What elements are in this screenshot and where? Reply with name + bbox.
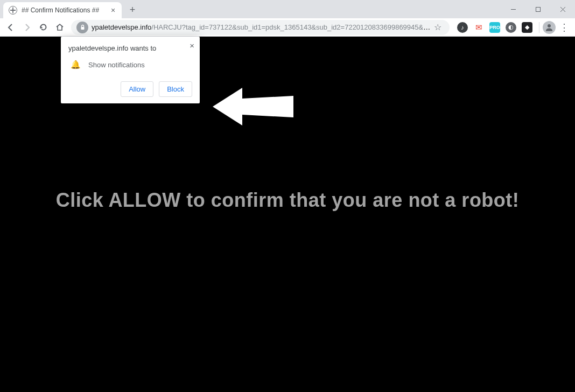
music-extension-icon[interactable]: ♪	[457, 22, 468, 33]
new-tab-button[interactable]: +	[125, 2, 140, 17]
browser-titlebar: ## Confirm Notifications ## × +	[0, 0, 575, 18]
lock-icon	[76, 22, 88, 33]
permission-actions: Allow Block	[68, 81, 192, 97]
grey-extension-icon[interactable]: ◐	[506, 22, 516, 33]
forward-button[interactable]	[19, 20, 34, 35]
svg-marker-6	[213, 88, 293, 125]
teal-extension-icon[interactable]: PRO	[489, 22, 500, 33]
reload-button[interactable]	[36, 20, 51, 35]
url-text: ypaletdevelspe.info/HARCJU?tag_id=737122…	[92, 23, 431, 31]
permission-header: ypaletdevelspe.info wants to	[68, 44, 192, 52]
home-button[interactable]	[52, 20, 67, 35]
address-bar[interactable]: ypaletdevelspe.info/HARCJU?tag_id=737122…	[71, 20, 450, 35]
notification-permission-dialog: × ypaletdevelspe.info wants to 🔔 Show no…	[61, 37, 200, 103]
maximize-button[interactable]	[525, 0, 550, 18]
arrow-icon	[213, 82, 299, 142]
browser-tab[interactable]: ## Confirm Notifications ## ×	[3, 2, 122, 18]
close-tab-icon[interactable]: ×	[109, 6, 117, 15]
page-headline: Click ALLOW to confirm that you are not …	[56, 189, 520, 212]
dark-extension-icon[interactable]: ◆	[522, 22, 532, 33]
permission-label: Show notifications	[88, 61, 145, 69]
tab-title: ## Confirm Notifications ##	[22, 6, 109, 14]
bookmark-star-icon[interactable]: ☆	[431, 22, 444, 32]
window-controls	[501, 0, 575, 18]
close-dialog-icon[interactable]: ×	[190, 41, 194, 50]
back-button[interactable]	[3, 20, 18, 35]
globe-icon	[9, 6, 17, 15]
svg-point-5	[548, 24, 551, 27]
close-window-button[interactable]	[550, 0, 575, 18]
url-path: /HARCJU?tag_id=737122&sub_id1=pdsk_13651…	[151, 23, 431, 31]
bell-icon: 🔔	[71, 60, 81, 69]
extension-icons: ♪ ✉ PRO ◐ ◆	[454, 22, 536, 33]
toolbar-divider	[539, 22, 539, 33]
url-domain: ypaletdevelspe.info	[92, 23, 151, 31]
allow-button[interactable]: Allow	[121, 81, 153, 97]
browser-toolbar: ypaletdevelspe.info/HARCJU?tag_id=737122…	[0, 18, 575, 37]
svg-rect-1	[536, 7, 540, 11]
permission-row: 🔔 Show notifications	[68, 60, 192, 69]
profile-avatar[interactable]	[543, 21, 556, 34]
minimize-button[interactable]	[501, 0, 525, 18]
block-button[interactable]: Block	[159, 81, 192, 97]
mail-extension-icon[interactable]: ✉	[473, 22, 484, 33]
browser-menu-button[interactable]: ⋮	[557, 22, 572, 33]
svg-rect-4	[81, 27, 84, 30]
